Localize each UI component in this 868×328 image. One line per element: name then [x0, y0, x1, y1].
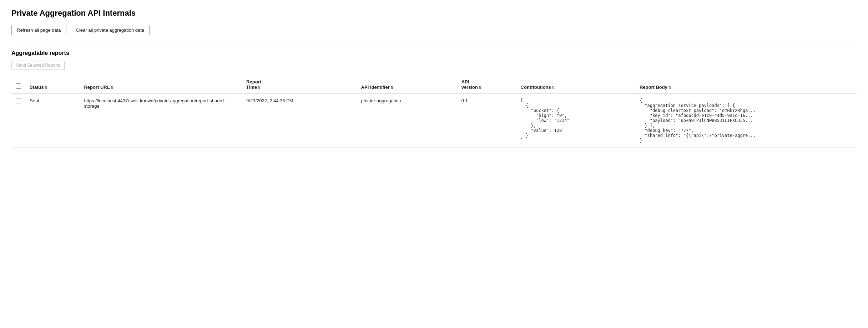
table-row: Senthttps://localhost:4437/.well-known/p… [11, 94, 857, 148]
row-status: Sent [25, 94, 80, 148]
refresh-button[interactable]: Refresh all page data [11, 25, 66, 35]
row-contributions: [ { "bucket": { "high": "0", "low": "123… [516, 94, 635, 148]
header-api-version[interactable]: APIversion [457, 76, 516, 94]
header-report-url[interactable]: Report URL [80, 76, 242, 94]
row-api-identifier: private-aggregation [357, 94, 457, 148]
row-api-version: 0.1 [457, 94, 516, 148]
row-report-body: { "aggregation_service_payloads": [ { "d… [635, 94, 857, 148]
section-title: Aggregatable reports [11, 50, 857, 56]
header-contributions[interactable]: Contributions [516, 76, 635, 94]
header-status[interactable]: Status [25, 76, 80, 94]
table-header-row: Status Report URL ReportTime API identif… [11, 76, 857, 94]
row-checkbox[interactable] [16, 98, 21, 103]
row-report-time: 9/23/2022, 2:44:36 PM [242, 94, 357, 148]
top-buttons-container: Refresh all page data Clear all private … [11, 25, 857, 35]
page-title: Private Aggregation API Internals [11, 9, 857, 18]
header-api-identifier[interactable]: API identifier [357, 76, 457, 94]
header-report-time[interactable]: ReportTime [242, 76, 357, 94]
header-report-body[interactable]: Report Body [635, 76, 857, 94]
aggregatable-reports-section: Aggregatable reports Send Selected Repor… [11, 50, 857, 148]
divider [11, 41, 857, 41]
select-all-checkbox[interactable] [16, 83, 21, 89]
row-report-url: https://localhost:4437/.well-known/priva… [80, 94, 242, 148]
send-selected-button[interactable]: Send Selected Reports [11, 61, 65, 70]
header-checkbox-col [11, 76, 25, 94]
reports-table: Status Report URL ReportTime API identif… [11, 76, 857, 148]
clear-button[interactable]: Clear all private aggregation data [71, 25, 150, 35]
